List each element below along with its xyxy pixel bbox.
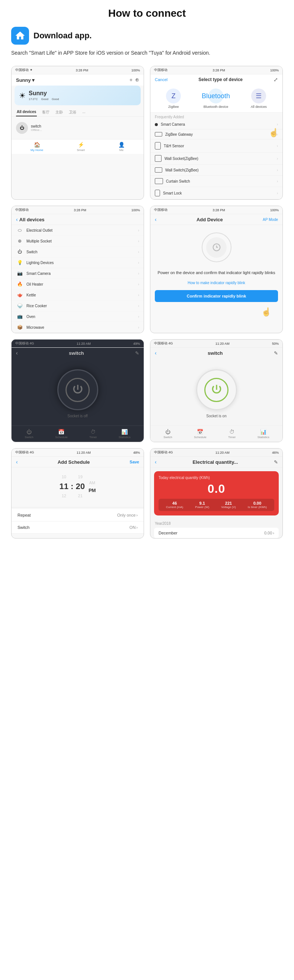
save-schedule-button[interactable]: Save (129, 460, 139, 464)
switch-schedule-value: ON › (129, 525, 138, 530)
curtain-icon (155, 178, 163, 184)
back-arrow-5[interactable]: ‹ (16, 350, 18, 356)
list-smart-camera[interactable]: 📷 Smart Camera › (11, 268, 144, 279)
schedule-header: ‹ Add Schedule Save (11, 457, 144, 468)
cancel-button[interactable]: Cancel (155, 77, 168, 82)
battery-1: 100% (131, 68, 140, 72)
nav-myhome[interactable]: 🏠 My Home (30, 142, 43, 152)
repeat-label: Repeat (18, 513, 30, 517)
nav-switch-dark[interactable]: ⏻ Switch (24, 429, 34, 439)
kwh-stats: 46 Current (mA) 9.1 Power (W) 221 Voltag… (158, 499, 274, 511)
power-svg-light (211, 384, 222, 396)
hour-current[interactable]: 11 (59, 481, 69, 492)
nav-me[interactable]: 👤 Me (118, 142, 125, 152)
curtain-switch-label: Curtain Switch (166, 179, 190, 183)
back-arrow-6[interactable]: ‹ (155, 350, 157, 356)
back-arrow-3[interactable]: ‹ (16, 216, 18, 223)
switch-title-light: switch (208, 350, 222, 356)
blink-link[interactable]: How to make indicator rapidly blink (150, 281, 283, 288)
weather-icon: ☀ (19, 91, 26, 100)
confirm-blink-button[interactable]: Confirm indicator rapidly blink (155, 290, 278, 302)
power-ring-dark[interactable] (57, 369, 98, 410)
screen1-tabs: All devices 客厅 主卧 卫浴 ... (11, 108, 144, 117)
repeat-row[interactable]: Repeat Only once › (11, 509, 144, 522)
menu-smart-camera[interactable]: Smart Camera › (150, 120, 283, 129)
nav-timer-light[interactable]: ⏱ Timer (228, 429, 236, 439)
rice-cooker-icon: 🍚 (16, 303, 24, 308)
status-bar-8: 中国移动 4G 11:20 AM 46% (150, 449, 283, 457)
stat-voltage-val: 221 (221, 501, 236, 506)
tab-living-room[interactable]: 客厅 (41, 108, 50, 116)
search-instruction: Search "Smart Life" in APP Store for iOS… (11, 49, 283, 57)
menu-zigbee-gateway[interactable]: ZigBee Gateway › (150, 129, 283, 140)
list-kettle[interactable]: 🫖 Kettle › (11, 290, 144, 301)
list-oven[interactable]: 📺 Oven › (11, 311, 144, 322)
nav-statistics-dark[interactable]: 📊 Statistics (119, 429, 131, 439)
status-bar-2: 中国移动 3:28 PM 100% (150, 66, 283, 75)
power-button-light (150, 358, 283, 414)
menu-wall-switch-zigbee[interactable]: Wall Switch(ZigBee) › (150, 165, 283, 175)
app-icon (11, 27, 29, 45)
home-icon (14, 30, 26, 41)
pm-option[interactable]: PM (89, 487, 96, 495)
hour-col: 10 11 12 (59, 473, 69, 500)
stat-voltage: 221 Voltage (V) (221, 501, 236, 509)
bluetooth-tab[interactable]: Bluetooth Bluetooth device (204, 89, 228, 108)
am-option[interactable]: AM (89, 479, 95, 487)
list-oil-heater[interactable]: 🔥 Oil Heater › (11, 279, 144, 290)
month-row[interactable]: December 0.00 › (154, 528, 279, 538)
screen-add-device: 中国移动 3:28 PM 100% ‹ Add Device AP Mode (150, 206, 283, 333)
light-icon: 💡 (16, 260, 24, 265)
menu-th-sensor[interactable]: T&H Sensor › (150, 140, 283, 153)
list-rice-cooker[interactable]: 🍚 Rice Cooker › (11, 301, 144, 311)
light-back-header: ‹ switch ✎ (150, 348, 283, 358)
min-next: 21 (78, 492, 83, 500)
tab-bedroom[interactable]: 主卧 (55, 108, 64, 116)
stat-timer-lbl: Is timer (KWh) (248, 506, 267, 509)
socket-status-dark: Socket is off (11, 414, 144, 423)
month-label: December (158, 531, 177, 535)
bluetooth-icon: Bluetooth (208, 89, 223, 103)
tab-more[interactable]: ... (81, 108, 86, 116)
nav-timer-dark[interactable]: ⏱ Timer (89, 429, 97, 439)
edit-icon-6[interactable]: ✎ (274, 350, 278, 356)
stat-voltage-lbl: Voltage (V) (221, 506, 236, 509)
switch-row[interactable]: Switch ON › (11, 522, 144, 534)
all-devices-tab[interactable]: ☰ All devices (251, 89, 267, 108)
edit-icon-5[interactable]: ✎ (135, 350, 139, 356)
edit-icon-8[interactable]: ✎ (274, 459, 278, 465)
add-device-visual (150, 225, 283, 270)
back-arrow-4[interactable]: ‹ (155, 216, 157, 223)
menu-wall-socket-zigbee[interactable]: Wall Socket(ZigBee) › (150, 153, 283, 165)
nav-schedule-light[interactable]: 📅 Schedule (194, 429, 206, 439)
stat-timer-val: 0.00 (248, 501, 267, 506)
list-microwave[interactable]: 📦 Microwave › (11, 322, 144, 333)
list-switch[interactable]: ⏻ Switch › (11, 247, 144, 258)
menu-smart-lock[interactable]: Smart Lock › (150, 187, 283, 199)
min-current[interactable]: 20 (75, 481, 85, 492)
screenshots-row-4: 中国移动 4G 11:20 AM 48% ‹ Add Schedule Save… (11, 448, 283, 539)
back-header-3: ‹ All devices (11, 214, 144, 225)
list-lighting-devices[interactable]: 💡 Lighting Devices › (11, 258, 144, 268)
sunny-header: Sunny ▾ ＋ ⊕ (11, 75, 144, 86)
tab-all-devices[interactable]: All devices (16, 108, 37, 116)
light-bottom-nav: ⏻ Switch 📅 Schedule ⏱ Timer 📊 Statistics (150, 425, 283, 442)
ap-mode-button[interactable]: AP Mode (263, 218, 278, 222)
weather-main: Sunny (29, 90, 59, 97)
min-prev: 19 (78, 473, 83, 481)
zigbee-tab[interactable]: Z ZigBee (166, 89, 181, 108)
back-arrow-7[interactable]: ‹ (16, 459, 18, 465)
nav-statistics-light[interactable]: 📊 Statistics (257, 429, 270, 439)
tab-bathroom[interactable]: 卫浴 (68, 108, 77, 116)
back-arrow-8[interactable]: ‹ (155, 459, 157, 465)
list-multiple-socket[interactable]: ⊕ Multiple Socket › (11, 236, 144, 247)
menu-curtain-switch[interactable]: Curtain Switch › (150, 175, 283, 187)
power-ring-light[interactable] (196, 369, 237, 410)
stat-timer: 0.00 Is timer (KWh) (248, 501, 267, 509)
list-electrical-outlet[interactable]: ⬭ Electrical Outlet › (11, 225, 144, 236)
nav-schedule-dark[interactable]: 📅 Schedule (55, 429, 67, 439)
sunny-label: Sunny ▾ (16, 77, 35, 83)
nav-smart[interactable]: ⚡ Smart (77, 142, 85, 152)
nav-switch-light[interactable]: ⏻ Switch (163, 429, 172, 439)
power-svg-dark (72, 384, 84, 396)
